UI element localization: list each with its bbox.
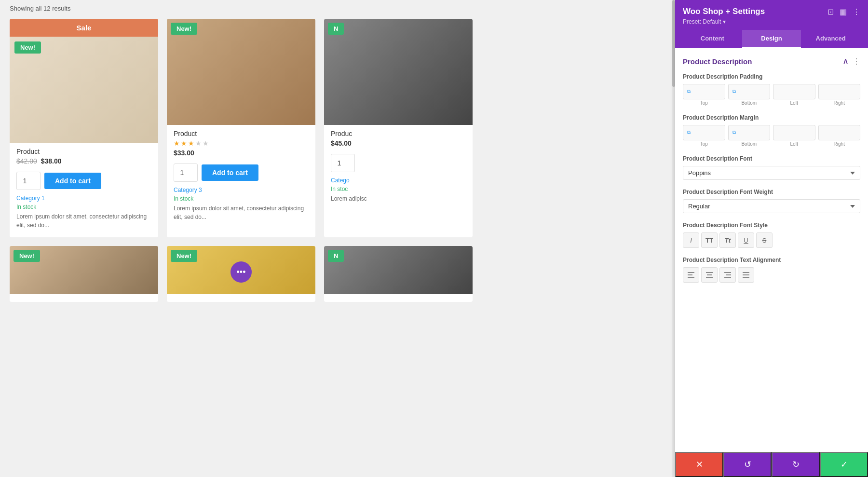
product-actions: Add to cart: [167, 164, 315, 182]
star-5: ★: [203, 139, 209, 147]
padding-bottom-input[interactable]: ⧉: [728, 84, 771, 99]
section-actions: ∧ ⋮: [842, 56, 860, 67]
svg-rect-2: [688, 277, 694, 278]
product-card: New! Product ★ ★ ★ ★ ★ $33.00 Add to car…: [167, 19, 315, 237]
responsive-icon[interactable]: ⊡: [827, 7, 834, 16]
left-label: Left: [773, 100, 815, 106]
strikethrough-button[interactable]: S: [756, 232, 773, 248]
linked-icon: ⧉: [732, 89, 736, 95]
floating-dots-button[interactable]: •••: [231, 261, 252, 283]
collapse-icon[interactable]: ∧: [842, 56, 849, 67]
margin-bottom-input[interactable]: ⧉: [728, 125, 771, 140]
new-badge: N: [328, 250, 344, 262]
align-left-button[interactable]: [683, 267, 699, 283]
new-badge: N: [328, 23, 344, 35]
undo-button[interactable]: ↺: [723, 452, 772, 477]
margin-labels: Top Bottom Left Right: [683, 141, 860, 147]
font-style-group: Product Description Font Style I TT Tt U…: [683, 222, 860, 248]
product-image-wrap: New!: [167, 19, 315, 125]
top-label: Top: [683, 141, 725, 147]
section-header: Product Description ∧ ⋮: [683, 56, 860, 67]
bold-button[interactable]: TT: [701, 232, 718, 248]
product-image-wrap: N: [324, 246, 473, 294]
product-name: Product: [174, 130, 309, 137]
product-category[interactable]: Catego: [324, 177, 473, 184]
svg-rect-0: [688, 272, 694, 273]
product-category[interactable]: Category 1: [10, 195, 158, 202]
main-content: Showing all 12 results Sale New! Product…: [0, 0, 482, 307]
product-category[interactable]: Category 3: [167, 187, 315, 193]
margin-right-input[interactable]: [818, 125, 861, 140]
svg-rect-6: [724, 272, 731, 273]
cancel-button[interactable]: ✕: [675, 452, 723, 477]
section-options-icon[interactable]: ⋮: [853, 57, 860, 66]
save-button[interactable]: ✓: [820, 452, 868, 477]
margin-left-input[interactable]: [773, 125, 815, 140]
svg-rect-1: [688, 274, 692, 275]
panel-header: Woo Shop + Settings ⊡ ▦ ⋮ Preset: Defaul…: [675, 0, 868, 48]
padding-left-input[interactable]: [773, 84, 815, 99]
quantity-input[interactable]: [174, 164, 198, 182]
right-label: Right: [818, 141, 861, 147]
product-stars: ★ ★ ★ ★ ★: [174, 139, 309, 147]
padding-group: Product Description Padding ⧉ ⧉ Top Bott…: [683, 73, 860, 106]
product-image: [324, 246, 473, 294]
settings-panel: Woo Shop + Settings ⊡ ▦ ⋮ Preset: Defaul…: [675, 0, 868, 477]
product-card: New! •••: [167, 246, 315, 302]
redo-button[interactable]: ↻: [772, 452, 820, 477]
padding-label: Product Description Padding: [683, 73, 860, 80]
underline-button[interactable]: U: [738, 232, 754, 248]
product-card: N: [324, 246, 473, 302]
quantity-input[interactable]: [331, 154, 355, 172]
panel-preset[interactable]: Preset: Default ▾: [683, 18, 860, 25]
padding-top-input[interactable]: ⧉: [683, 84, 725, 99]
svg-rect-10: [743, 274, 749, 275]
star-2: ★: [181, 139, 187, 147]
linked-icon: ⧉: [732, 130, 736, 136]
panel-tabs: Content Design Advanced: [683, 30, 860, 48]
product-info: Produc $45.00: [324, 125, 473, 154]
font-style-label: Product Description Font Style: [683, 222, 860, 229]
product-name: Product: [16, 148, 151, 155]
font-style-buttons: I TT Tt U S: [683, 232, 860, 248]
product-card: New!: [10, 246, 158, 302]
font-weight-select[interactable]: Regular Bold Light: [683, 199, 860, 213]
bold-italic-button[interactable]: Tt: [719, 232, 736, 248]
italic-button[interactable]: I: [683, 232, 699, 248]
top-label: Top: [683, 100, 725, 106]
product-card: Sale New! Product $42.00 $38.00 Add to c…: [10, 19, 158, 237]
align-justify-button[interactable]: [738, 267, 754, 283]
padding-labels: Top Bottom Left Right: [683, 100, 860, 106]
linked-icon: ⧉: [687, 89, 691, 95]
quantity-input[interactable]: [16, 172, 41, 190]
margin-top-input[interactable]: ⧉: [683, 125, 725, 140]
padding-right-input[interactable]: [818, 84, 861, 99]
tab-content[interactable]: Content: [683, 30, 742, 48]
svg-rect-7: [726, 274, 731, 275]
font-select[interactable]: Poppins Roboto Open Sans: [683, 166, 860, 180]
panel-footer: ✕ ↺ ↻ ✓: [675, 452, 868, 477]
align-center-button[interactable]: [701, 267, 718, 283]
more-options-icon[interactable]: ⋮: [853, 7, 860, 16]
margin-inputs: ⧉ ⧉: [683, 125, 860, 140]
product-image-wrap: New!: [10, 246, 158, 294]
product-image: [324, 19, 473, 125]
font-weight-group: Product Description Font Weight Regular …: [683, 189, 860, 213]
star-1: ★: [174, 139, 180, 147]
bottom-label: Bottom: [728, 100, 771, 106]
results-count: Showing all 12 results: [10, 5, 473, 12]
layout-icon[interactable]: ▦: [840, 7, 847, 16]
new-badge: New!: [14, 41, 41, 54]
left-label: Left: [773, 141, 815, 147]
add-to-cart-button[interactable]: Add to cart: [44, 173, 101, 189]
section-title: Product Description: [683, 57, 752, 66]
price-new: $33.00: [174, 149, 194, 157]
svg-rect-9: [743, 272, 749, 273]
new-badge: New!: [171, 23, 197, 35]
tab-advanced[interactable]: Advanced: [801, 30, 860, 48]
add-to-cart-button[interactable]: Add to cart: [202, 164, 258, 181]
product-actions: Add to cart: [10, 172, 158, 190]
align-right-button[interactable]: [719, 267, 736, 283]
product-info: Product ★ ★ ★ ★ ★ $33.00: [167, 125, 315, 164]
tab-design[interactable]: Design: [742, 30, 801, 48]
